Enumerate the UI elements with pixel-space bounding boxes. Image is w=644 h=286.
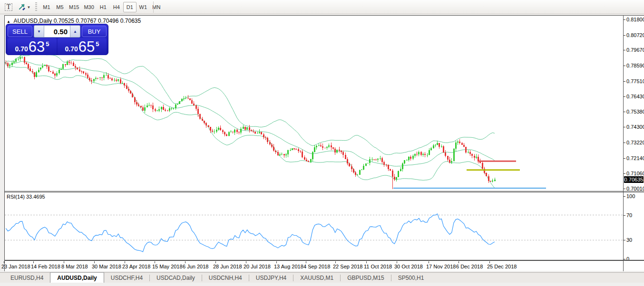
date-tick (489, 261, 490, 263)
date-tick (215, 261, 216, 263)
volume-stepper: ▼ 0.50 ▲ (34, 25, 80, 38)
buy-price-prefix: 0.70 (65, 45, 78, 53)
one-click-trading-panel: SELL ▼ 0.50 ▲ BUY 0.70 63 5 0.70 65 5 (6, 24, 108, 55)
date-tick (155, 261, 155, 263)
date-tick-label: 14 Feb 2018 (31, 264, 60, 269)
date-tick-label: 17 Nov 2018 (426, 264, 456, 269)
timeframe-button-w1[interactable]: W1 (137, 2, 150, 12)
toolbar-grip[interactable] (35, 2, 37, 12)
chart-tab-sp500-h1[interactable]: SP500,H1 (391, 273, 431, 283)
date-tick (33, 261, 34, 263)
timeframe-button-h4[interactable]: H4 (110, 2, 123, 12)
date-tick-label: 23 Apr 2018 (122, 264, 150, 269)
date-tick-label: 20 Jul 2018 (244, 264, 271, 269)
timeframe-button-mn[interactable]: MN (150, 2, 163, 12)
bollinger-band-upper (5, 53, 495, 154)
axis-separator (623, 15, 624, 271)
objects-tool-icon (18, 4, 26, 10)
chart-tab-usdcad-daily[interactable]: USDCAD,Daily (150, 273, 202, 283)
rsi-indicator-pane[interactable] (5, 192, 623, 260)
status-bar (0, 283, 644, 286)
bollinger-band-middle (5, 61, 495, 166)
date-tick (366, 261, 367, 263)
chart-tab-usdjpy-h4[interactable]: USDJPY,H4 (249, 273, 293, 283)
price-tick (624, 96, 625, 97)
price-tick-label: 0.76430 (626, 94, 644, 99)
date-tick (429, 261, 429, 263)
price-tick-label: 0.75380 (626, 109, 644, 114)
ohlc-low: 0.70496 (98, 18, 118, 24)
ohlc-open: 0.70525 (54, 18, 74, 24)
date-tick (459, 261, 459, 263)
sell-button[interactable]: SELL (8, 26, 32, 37)
rsi-tick (624, 259, 625, 259)
timeframe-button-m15[interactable]: M15 (67, 2, 81, 12)
price-tick (624, 189, 625, 189)
price-axis[interactable]: 0.818000.807200.796700.785900.775100.764… (624, 16, 644, 271)
timeframe-toolbar: M1M5M15M30H1H4D1W1MN (40, 2, 163, 12)
pane-splitter[interactable] (4, 191, 644, 191)
chart-symbol: AUDUSD,Daily (14, 18, 52, 24)
date-tick-label: 11 Oct 2018 (364, 264, 392, 269)
timeframe-button-m30[interactable]: M30 (81, 2, 96, 12)
price-tick (624, 66, 625, 66)
buy-price-button[interactable]: 0.70 65 5 (58, 38, 107, 55)
price-tick-label: 0.72140 (626, 155, 644, 161)
sell-price-button[interactable]: 0.70 63 5 (8, 38, 57, 55)
price-tick-label: 0.73220 (626, 140, 644, 145)
timeframe-button-d1[interactable]: D1 (123, 2, 137, 12)
buy-button[interactable]: BUY (82, 26, 107, 37)
date-tick (94, 261, 95, 263)
price-tick-label: 0.74300 (626, 124, 644, 130)
buy-price-big: 65 (78, 40, 95, 54)
rsi-tick (624, 196, 625, 197)
price-tick-label: 0.80720 (626, 32, 644, 38)
date-tick (335, 261, 336, 263)
objects-tool-button[interactable]: ▼ (16, 2, 32, 12)
date-tick (397, 261, 397, 263)
chart-tab-usdchf-h4[interactable]: USDCHF,H4 (104, 273, 149, 283)
volume-decrease-button[interactable]: ▼ (34, 26, 44, 37)
chevron-down-icon: ▼ (27, 5, 31, 10)
date-tick-label: 25 Dec 2018 (487, 264, 517, 269)
chart-tab-xauusd-m1[interactable]: XAUUSD,M1 (293, 273, 340, 283)
time-axis[interactable]: 23 Jan 201814 Feb 20188 Mar 201830 Mar 2… (5, 261, 623, 271)
chart-tab-audusd-daily[interactable]: AUDUSD,Daily (50, 272, 104, 283)
timeframe-button-m1[interactable]: M1 (40, 2, 53, 12)
chart-tab-gbpusd-m15[interactable]: GBPUSD,M15 (341, 273, 390, 283)
date-tick-label: 30 Oct 2018 (394, 264, 423, 269)
timeframe-button-h1[interactable]: H1 (97, 2, 110, 12)
current-price-badge: 0.70635 (624, 176, 644, 183)
collapse-arrow-icon[interactable]: ▲ (7, 19, 10, 24)
ohlc-close: 0.70635 (120, 18, 141, 24)
pane-splitter-2[interactable] (4, 192, 644, 192)
text-tool-button[interactable]: T (3, 2, 14, 12)
date-tick (246, 261, 246, 263)
volume-value[interactable]: 0.50 (44, 26, 70, 37)
chart-title: ▲ AUDUSD,Daily 0.70525 0.70767 0.70496 0… (7, 18, 141, 24)
text-tool-icon: T (5, 3, 12, 11)
date-tick (125, 261, 125, 263)
chart-tab-usdcnh-h4[interactable]: USDCNH,H4 (202, 273, 249, 283)
rsi-label: RSI(14) 33.4695 (7, 194, 45, 200)
price-tick (624, 112, 625, 112)
chart-tab-eurusd-h4[interactable]: EURUSD,H4 (4, 273, 50, 283)
price-tick (624, 158, 625, 159)
buy-price-sup: 5 (96, 40, 99, 48)
price-tick (624, 81, 625, 82)
price-tick (624, 143, 625, 143)
date-tick (185, 261, 185, 263)
price-tick-label: 0.79670 (626, 47, 644, 53)
volume-increase-button[interactable]: ▲ (70, 26, 80, 37)
price-tick (624, 50, 625, 50)
timeframe-button-m5[interactable]: M5 (53, 2, 67, 12)
sell-price-sup: 5 (46, 40, 49, 48)
date-tick-label: 8 Mar 2018 (61, 264, 88, 269)
date-tick-label: 28 Jun 2018 (213, 264, 242, 269)
bollinger-band-lower (5, 63, 495, 188)
rsi-line (6, 214, 495, 252)
price-tick-label: 0.78590 (626, 63, 644, 68)
ohlc-high: 0.70767 (76, 18, 96, 24)
price-tick (624, 127, 625, 127)
price-tick (624, 35, 625, 36)
